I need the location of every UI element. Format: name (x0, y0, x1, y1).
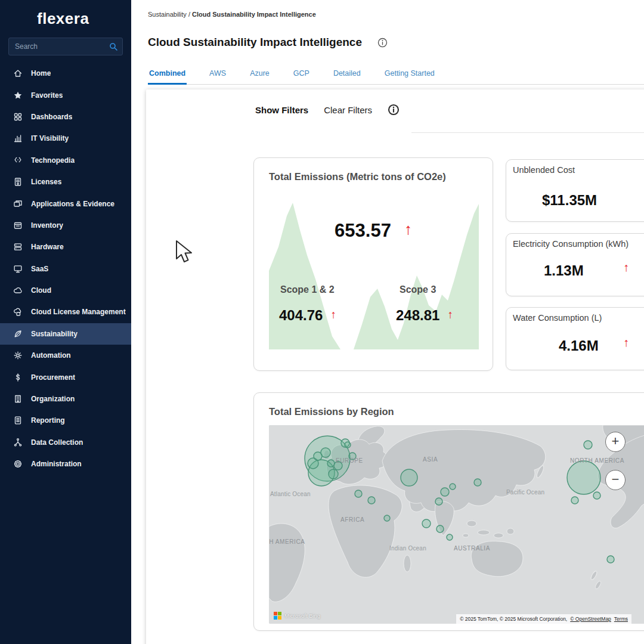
emission-bubble[interactable] (447, 534, 453, 540)
sidebar-item-sustainability[interactable]: Sustainability (0, 323, 131, 345)
water-consumption-card: Water Consumption (L) 4.16M ↑ (506, 307, 644, 370)
building-icon (13, 394, 23, 404)
emission-bubble[interactable] (450, 484, 456, 490)
sidebar-item-label: Inventory (31, 221, 63, 230)
clear-filters-button[interactable]: Clear Filters (324, 105, 372, 115)
unblended-cost-card: Unblended Cost $11.35M (506, 159, 644, 222)
sidebar-item-dashboards[interactable]: Dashboards (0, 106, 131, 128)
sidebar-item-label: Organization (31, 395, 75, 403)
terms-link[interactable]: Terms (614, 616, 628, 622)
sidebar-item-technopedia[interactable]: Technopedia (0, 150, 131, 171)
sidebar-item-inventory[interactable]: Inventory (0, 215, 131, 236)
sidebar-item-label: Favorites (31, 91, 63, 100)
emission-bubble[interactable] (422, 519, 431, 528)
map-attribution: © 2025 TomTom, © 2025 Microsoft Corporat… (456, 614, 631, 624)
emission-bubble[interactable] (593, 492, 600, 499)
tab-bar: Combined AWS Azure GCP Detailed Getting … (148, 66, 644, 85)
home-icon (13, 69, 23, 78)
breadcrumb: Sustainability / Cloud Sustainability Im… (148, 11, 316, 18)
zoom-out-button[interactable]: − (605, 470, 626, 490)
total-emissions-value: 653.57 (335, 220, 391, 242)
sidebar-item-label: Dashboards (31, 113, 72, 121)
sidebar-item-data-collection[interactable]: Data Collection (0, 432, 131, 453)
attribution-text: © 2025 TomTom, © 2025 Microsoft Corporat… (460, 616, 567, 622)
openstreetmap-link[interactable]: © OpenStreetMap (570, 616, 611, 622)
world-map[interactable]: EUROPE ASIA NORTH AMERICA AFRICA SOUTH A… (269, 425, 644, 624)
emission-bubble[interactable] (436, 525, 444, 532)
unblended-cost-title: Unblended Cost (513, 165, 575, 175)
tab-azure[interactable]: Azure (249, 66, 271, 85)
electricity-title: Electricity Consumption (kWh) (513, 239, 628, 249)
sidebar-item-label: Licenses (31, 178, 61, 186)
emission-bubble[interactable] (584, 441, 592, 449)
trend-up-icon: ↑ (623, 261, 629, 273)
world-map-svg (269, 425, 644, 624)
tab-detailed[interactable]: Detailed (332, 66, 362, 85)
grid-icon (13, 112, 23, 122)
emission-bubble[interactable] (441, 488, 449, 496)
tab-getting-started[interactable]: Getting Started (383, 66, 436, 85)
electricity-consumption-card: Electricity Consumption (kWh) 1.13M ↑ (506, 233, 644, 296)
scope3-value-row: 248.81 ↑ (396, 307, 453, 324)
tab-aws[interactable]: AWS (208, 66, 227, 85)
emission-bubble[interactable] (349, 453, 356, 460)
emission-bubble[interactable] (435, 498, 442, 505)
emission-bubble[interactable] (314, 452, 322, 460)
sidebar-item-procurement[interactable]: Procurement (0, 366, 131, 388)
automation-gear-icon (13, 351, 23, 360)
sidebar-item-cloud[interactable]: Cloud (0, 280, 131, 301)
emission-bubble[interactable] (334, 462, 342, 470)
star-icon (13, 91, 23, 100)
sidebar-search (8, 38, 123, 55)
emission-bubble[interactable] (567, 461, 600, 494)
sidebar-item-hardware[interactable]: Hardware (0, 236, 131, 258)
emission-bubble[interactable] (401, 469, 417, 486)
sidebar-item-applications-evidence[interactable]: Applications & Evidence (0, 193, 131, 214)
sidebar-item-cloud-license-management[interactable]: Cloud License Management (0, 301, 131, 323)
sidebar-item-administration[interactable]: Administration (0, 453, 131, 475)
sidebar-item-label: Home (31, 69, 51, 78)
tab-gcp[interactable]: GCP (292, 66, 311, 85)
trend-up-icon: ↑ (404, 221, 412, 237)
sidebar-item-it-visibility[interactable]: IT Visibility (0, 128, 131, 149)
emission-bubble[interactable] (607, 556, 614, 563)
search-input[interactable] (8, 38, 123, 55)
sidebar-item-organization[interactable]: Organization (0, 388, 131, 410)
emission-bubble[interactable] (474, 479, 481, 486)
scope12-value-row: 404.76 ↑ (279, 307, 336, 324)
breadcrumb-section[interactable]: Sustainability (148, 11, 187, 18)
show-filters-button[interactable]: Show Filters (255, 105, 308, 115)
breadcrumb-page: Cloud Sustainability Impact Intelligence (192, 11, 316, 18)
bing-branding-label: Microsoft Bing (284, 612, 320, 619)
flexera-logo: flexera (0, 0, 131, 33)
sidebar-item-favorites[interactable]: Favorites (0, 84, 131, 106)
emission-bubble[interactable] (384, 515, 390, 521)
sidebar-item-licenses[interactable]: Licenses (0, 171, 131, 193)
zoom-in-button[interactable]: + (605, 432, 626, 452)
sidebar-item-label: Cloud License Management (31, 308, 126, 316)
emission-bubble[interactable] (355, 490, 362, 497)
emission-bubble[interactable] (327, 460, 335, 467)
sidebar-item-label: IT Visibility (31, 134, 69, 143)
sidebar-item-automation[interactable]: Automation (0, 345, 131, 366)
emission-bubble[interactable] (571, 497, 578, 504)
sidebar-item-label: Data Collection (31, 438, 83, 447)
total-emissions-card: Total Emissions (Metric tons of CO2e) 65… (253, 157, 493, 371)
unblended-cost-value: $11.35M (542, 192, 597, 209)
sidebar-item-reporting[interactable]: Reporting (0, 410, 131, 431)
sidebar-item-saas[interactable]: SaaS (0, 258, 131, 280)
dashboard-panel: Show Filters Clear Filters Total Emissio… (146, 89, 644, 644)
filters-info-icon[interactable] (388, 104, 400, 116)
emission-bubble[interactable] (368, 497, 375, 504)
emission-bubble[interactable] (329, 469, 338, 479)
tab-combined[interactable]: Combined (148, 66, 187, 85)
info-icon[interactable] (377, 38, 388, 48)
sidebar: flexera Home Favorites Dashboards IT Vis… (0, 0, 131, 644)
trend-up-icon: ↑ (623, 336, 629, 348)
scope12-label: Scope 1 & 2 (280, 284, 335, 295)
sidebar-item-home[interactable]: Home (0, 63, 131, 84)
emission-bubble[interactable] (345, 442, 351, 448)
search-icon[interactable] (109, 42, 118, 51)
breadcrumb-separator: / (188, 11, 190, 18)
sidebar-item-label: Sustainability (31, 330, 78, 338)
